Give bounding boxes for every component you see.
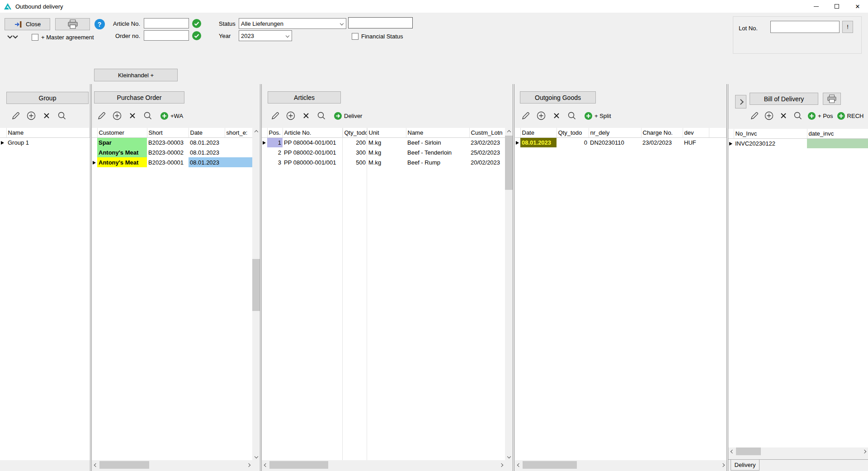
search-button[interactable]: [566, 110, 578, 122]
bill-col-no-invc[interactable]: No_Invc: [734, 129, 807, 138]
collapse-toggle[interactable]: [7, 35, 19, 42]
delete-button[interactable]: [551, 110, 562, 122]
bill-horizontal-scrollbar[interactable]: [728, 447, 868, 455]
lot-no-input[interactable]: [770, 21, 840, 33]
articles-col-name[interactable]: Name: [406, 128, 469, 137]
scroll-right-button[interactable]: [719, 461, 726, 469]
articles-row-1-selected[interactable]: 1 PP 080004-001/001 200 M.kg Beef - Sirl…: [262, 137, 505, 147]
group-col-name[interactable]: Name: [6, 128, 90, 137]
articles-vertical-scrollbar[interactable]: [505, 128, 513, 460]
scroll-thumb[interactable]: [505, 136, 513, 190]
order-no-input[interactable]: [144, 30, 189, 41]
po-row-3-selected[interactable]: Antony's Meat B2023-00001 08.01.2023: [92, 157, 252, 167]
outgoing-col-dev[interactable]: dev: [683, 128, 709, 137]
po-row-1[interactable]: Spar B2023-00003 08.01.2023: [92, 137, 252, 147]
bill-print-button[interactable]: [823, 93, 841, 105]
po-vertical-scrollbar[interactable]: [252, 128, 260, 460]
po-horizontal-scrollbar[interactable]: [92, 461, 252, 469]
print-button[interactable]: [55, 18, 90, 30]
outgoing-col-qty-todo[interactable]: Qty_todo: [557, 128, 589, 137]
po-col-short-e[interactable]: short_e:: [225, 128, 252, 137]
delete-button[interactable]: [778, 110, 789, 122]
po-col-customer[interactable]: Customer: [97, 128, 147, 137]
scroll-up-button[interactable]: [505, 128, 513, 136]
scroll-right-button[interactable]: [497, 461, 505, 469]
status-select[interactable]: Alle Lieferungen: [239, 18, 346, 29]
outgoing-col-nr-dely[interactable]: nr_dely: [589, 128, 641, 137]
split-button[interactable]: + Split: [584, 112, 611, 120]
scroll-thumb[interactable]: [99, 461, 149, 469]
edit-button[interactable]: [520, 110, 532, 122]
add-button[interactable]: [25, 110, 37, 122]
scroll-left-button[interactable]: [728, 447, 736, 455]
status-extra-input[interactable]: [348, 17, 413, 28]
articles-row-2[interactable]: 2 PP 080002-001/001 300 M.kg Beef - Tend…: [262, 147, 505, 157]
kleinhandel-button[interactable]: Kleinhandel +: [94, 69, 178, 81]
deliver-button[interactable]: Deliver: [334, 112, 362, 120]
group-row-1[interactable]: Group 1: [0, 137, 90, 147]
outgoing-horizontal-scrollbar[interactable]: [515, 461, 726, 469]
po-col-date[interactable]: Date: [189, 128, 225, 137]
articles-col-article-no[interactable]: Article No.: [283, 128, 343, 137]
article-no-input[interactable]: [144, 18, 189, 28]
bill-row-1-selected[interactable]: INVC20230122: [728, 138, 868, 148]
scroll-right-button[interactable]: [245, 461, 252, 469]
articles-col-unit[interactable]: Unit: [367, 128, 406, 137]
add-button[interactable]: [763, 110, 775, 122]
add-pos-button[interactable]: + Pos: [807, 112, 833, 120]
scroll-down-button[interactable]: [252, 452, 260, 460]
scroll-thumb[interactable]: [736, 447, 761, 455]
maximize-button[interactable]: [826, 0, 847, 13]
edit-button[interactable]: [749, 110, 760, 122]
scroll-thumb[interactable]: [523, 461, 577, 469]
article-no-confirm-button[interactable]: [192, 19, 202, 28]
financial-status-checkbox[interactable]: [352, 33, 359, 40]
scroll-left-button[interactable]: [262, 461, 269, 469]
search-button[interactable]: [792, 110, 804, 122]
close-button[interactable]: Close: [5, 18, 50, 30]
bill-of-delivery-panel-header[interactable]: Bill of Delivery: [750, 93, 818, 105]
articles-horizontal-scrollbar[interactable]: [262, 461, 505, 469]
group-panel-header[interactable]: Group: [6, 92, 89, 104]
splitter[interactable]: [513, 84, 514, 471]
articles-panel-header[interactable]: Articles: [268, 91, 341, 104]
edit-button[interactable]: [10, 110, 22, 122]
articles-col-qty-todo[interactable]: Qty_todo: [343, 128, 367, 137]
minimize-button[interactable]: [806, 0, 826, 13]
outgoing-col-date[interactable]: Date: [520, 128, 557, 137]
articles-col-custm-lotn[interactable]: Custm_Lotn: [469, 128, 505, 137]
articles-row-3[interactable]: 3 PP 080000-001/001 500 M.kg Beef - Rump…: [262, 157, 505, 167]
outgoing-row-1-selected[interactable]: 08.01.2023 0 DN20230110 23/02/2023 HUF: [515, 137, 726, 147]
close-window-button[interactable]: ✕: [847, 0, 868, 13]
tab-delivery[interactable]: Delivery: [731, 460, 760, 471]
scroll-right-button[interactable]: [860, 447, 868, 455]
po-row-2[interactable]: Antony's Meat B2023-00002 08.01.2023: [92, 147, 252, 157]
po-col-short[interactable]: Short: [147, 128, 189, 137]
scroll-left-button[interactable]: [92, 461, 99, 469]
scroll-thumb[interactable]: [252, 259, 260, 311]
edit-button[interactable]: [269, 110, 281, 122]
year-select[interactable]: 2023: [239, 30, 292, 41]
lot-alert-button[interactable]: !: [842, 21, 853, 33]
outgoing-col-charge-no[interactable]: Charge No.: [641, 128, 683, 137]
scroll-up-button[interactable]: [252, 128, 260, 136]
expand-panel-button[interactable]: [735, 95, 746, 108]
search-button[interactable]: [316, 110, 327, 122]
add-button[interactable]: [285, 110, 297, 122]
scroll-thumb[interactable]: [269, 461, 328, 469]
purchase-order-panel-header[interactable]: Purchase Order: [94, 91, 184, 104]
wa-button[interactable]: +WA: [160, 112, 183, 120]
search-button[interactable]: [56, 110, 68, 122]
outgoing-goods-panel-header[interactable]: Outgoing Goods: [520, 91, 596, 104]
delete-button[interactable]: [41, 110, 52, 122]
add-button[interactable]: [111, 110, 123, 122]
scroll-left-button[interactable]: [515, 461, 523, 469]
articles-col-pos[interactable]: Pos.: [267, 128, 283, 137]
bill-col-date-invc[interactable]: date_invc: [807, 129, 868, 138]
add-button[interactable]: [535, 110, 547, 122]
rech-button[interactable]: RECH: [837, 112, 864, 120]
delete-button[interactable]: [127, 110, 138, 122]
order-no-confirm-button[interactable]: [192, 31, 202, 41]
search-button[interactable]: [142, 110, 154, 122]
master-agreement-checkbox[interactable]: [32, 34, 38, 41]
